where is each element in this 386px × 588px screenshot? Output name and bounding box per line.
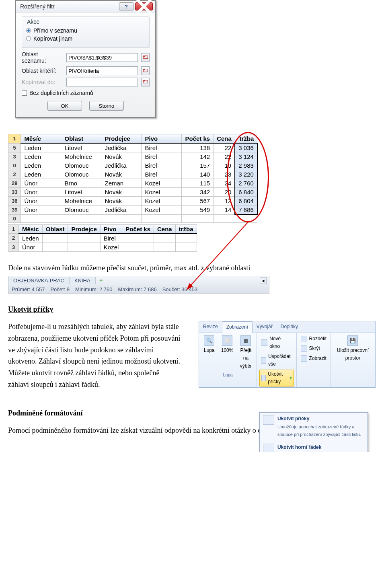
cell[interactable]: 115 bbox=[182, 179, 214, 188]
cell[interactable]: 22 bbox=[214, 143, 235, 152]
cell[interactable]: Leden bbox=[21, 152, 61, 161]
ribbon-tab[interactable]: Doplňky bbox=[277, 321, 302, 333]
column-header[interactable]: Prodejce bbox=[101, 134, 142, 144]
cell[interactable] bbox=[68, 234, 100, 243]
cell[interactable]: 7 686 bbox=[235, 206, 257, 215]
cell[interactable]: 142 bbox=[182, 152, 214, 161]
cell[interactable]: 6 804 bbox=[235, 197, 257, 206]
column-header[interactable]: Pivo bbox=[100, 224, 122, 234]
cell[interactable]: Birel bbox=[100, 234, 122, 243]
row-header[interactable]: 29 bbox=[8, 179, 21, 188]
cell[interactable]: Únor bbox=[21, 206, 61, 215]
column-header[interactable]: Oblast bbox=[61, 134, 101, 144]
cell[interactable]: Birel bbox=[142, 152, 182, 161]
cell[interactable] bbox=[235, 214, 257, 222]
cell[interactable]: Leden bbox=[19, 234, 43, 243]
zoom-100-button[interactable]: ⬜ 100% bbox=[219, 335, 236, 371]
cell[interactable]: Novák bbox=[101, 170, 142, 179]
cell[interactable] bbox=[154, 234, 176, 243]
column-header[interactable]: tržba bbox=[235, 134, 257, 144]
row-header[interactable]: 3 bbox=[8, 152, 21, 161]
radio-filter-inplace[interactable] bbox=[26, 28, 31, 33]
zoom-selection-button[interactable]: ▦ Přejít na výběr bbox=[237, 335, 254, 371]
cell[interactable]: 549 bbox=[182, 206, 214, 215]
cell[interactable]: Mohelnice bbox=[61, 152, 101, 161]
cell[interactable]: 138 bbox=[182, 143, 214, 152]
freeze-panes-button[interactable]: Ukotvit příčky▾ bbox=[259, 370, 294, 387]
cell[interactable]: Jedlička bbox=[101, 161, 142, 170]
cell[interactable]: 3 124 bbox=[235, 152, 257, 161]
cell[interactable] bbox=[122, 234, 154, 243]
cell[interactable]: Birel bbox=[142, 170, 182, 179]
cell[interactable]: Olomouc bbox=[61, 161, 101, 170]
hide-button[interactable]: Skrýt bbox=[299, 344, 328, 353]
dropdown-item-freeze-top-row[interactable]: Ukotvit horní řádekUmožňuje zobrazit prv… bbox=[260, 441, 368, 452]
cell[interactable] bbox=[142, 214, 182, 222]
cell[interactable] bbox=[61, 214, 101, 222]
column-header[interactable]: Cena bbox=[214, 134, 235, 144]
cell[interactable]: Kozel bbox=[142, 206, 182, 215]
cell[interactable] bbox=[21, 214, 61, 222]
column-header[interactable]: Prodejce bbox=[68, 224, 100, 234]
row-header[interactable]: 0 bbox=[8, 161, 21, 170]
scroll-left-icon[interactable]: ◂ bbox=[260, 277, 267, 284]
cell[interactable]: Leden bbox=[21, 170, 61, 179]
dropdown-item-freeze-panes[interactable]: Ukotvit příčkyUmožňuje ponechat zobrazen… bbox=[260, 413, 368, 441]
cell[interactable] bbox=[154, 243, 176, 251]
row-header[interactable]: 2 bbox=[8, 170, 21, 179]
column-header[interactable]: Cena bbox=[154, 224, 176, 234]
cell[interactable]: Mohelnice bbox=[61, 197, 101, 206]
cell[interactable]: Kozel bbox=[142, 188, 182, 197]
cell[interactable]: Leden bbox=[21, 161, 61, 170]
cell[interactable]: 157 bbox=[182, 161, 214, 170]
arrange-all-button[interactable]: Uspořádat vše bbox=[259, 352, 294, 368]
cell[interactable]: Novák bbox=[101, 197, 142, 206]
split-button[interactable]: Rozdělit bbox=[299, 335, 328, 343]
copyto-range-picker[interactable] bbox=[141, 78, 150, 86]
show-button[interactable]: Zobrazit bbox=[299, 354, 328, 363]
column-header[interactable]: Počet ks bbox=[182, 134, 214, 144]
cell[interactable]: Olomouc bbox=[61, 170, 101, 179]
cell[interactable]: Kozel bbox=[142, 179, 182, 188]
new-window-button[interactable]: Nové okno bbox=[259, 335, 294, 351]
column-header[interactable]: Měsíc bbox=[21, 134, 61, 144]
close-button[interactable] bbox=[135, 2, 153, 10]
row-header[interactable]: 36 bbox=[8, 197, 21, 206]
cell[interactable] bbox=[42, 243, 68, 251]
cell[interactable]: Kozel bbox=[142, 197, 182, 206]
cell[interactable]: Kozel bbox=[100, 243, 122, 251]
zoom-button[interactable]: 🔍 Lupa bbox=[201, 335, 217, 371]
row-header[interactable]: 2 bbox=[8, 234, 19, 243]
cell[interactable]: Brno bbox=[61, 179, 101, 188]
cell[interactable]: Jedlička bbox=[101, 206, 142, 215]
criteria-range-picker[interactable] bbox=[141, 66, 150, 75]
cell[interactable]: 14 bbox=[214, 206, 235, 215]
cell[interactable] bbox=[101, 214, 142, 222]
ribbon-tab[interactable]: Zobrazení bbox=[222, 321, 253, 333]
criteria-range-input[interactable] bbox=[66, 66, 138, 75]
cell[interactable]: 2 983 bbox=[235, 161, 257, 170]
cell[interactable] bbox=[68, 243, 100, 251]
cell[interactable]: 2 760 bbox=[235, 179, 257, 188]
cell[interactable] bbox=[175, 234, 197, 243]
list-range-picker[interactable] bbox=[141, 53, 150, 62]
column-header[interactable]: Počet ks bbox=[122, 224, 154, 234]
row-header[interactable]: 33 bbox=[8, 188, 21, 197]
cell[interactable]: 12 bbox=[214, 197, 235, 206]
column-header[interactable]: Měsíc bbox=[19, 224, 43, 234]
cell[interactable]: Novák bbox=[101, 152, 142, 161]
cell[interactable]: 3 220 bbox=[235, 170, 257, 179]
column-header[interactable]: Pivo bbox=[142, 134, 182, 144]
cell[interactable]: 23 bbox=[214, 170, 235, 179]
column-header[interactable]: Oblast bbox=[42, 224, 68, 234]
help-button[interactable]: ? bbox=[119, 2, 133, 10]
cell[interactable]: 20 bbox=[214, 188, 235, 197]
cell[interactable]: Litovel bbox=[61, 188, 101, 197]
cell[interactable]: Zeman bbox=[101, 179, 142, 188]
cell[interactable]: 19 bbox=[214, 161, 235, 170]
list-range-input[interactable] bbox=[66, 53, 138, 62]
radio-copy-elsewhere[interactable] bbox=[26, 36, 31, 41]
cell[interactable]: Únor bbox=[21, 188, 61, 197]
cell[interactable]: 342 bbox=[182, 188, 214, 197]
cell[interactable]: 567 bbox=[182, 197, 214, 206]
